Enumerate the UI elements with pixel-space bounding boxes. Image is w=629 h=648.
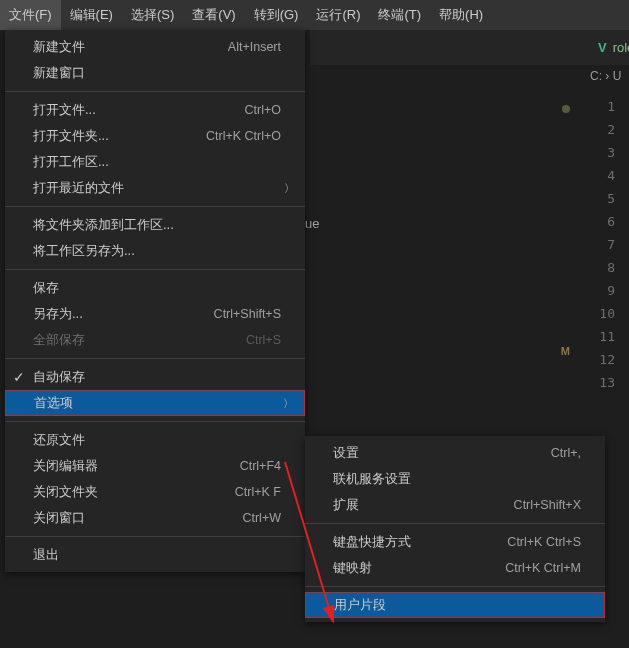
menu-open-recent[interactable]: 打开最近的文件〉 bbox=[5, 175, 305, 201]
menu-new-file[interactable]: 新建文件Alt+Insert bbox=[5, 34, 305, 60]
menu-preferences[interactable]: 首选项〉 bbox=[5, 390, 305, 416]
line-number: 4 bbox=[569, 164, 629, 187]
separator bbox=[5, 421, 305, 422]
line-number: 10 bbox=[569, 302, 629, 325]
menu-open-file[interactable]: 打开文件...Ctrl+O bbox=[5, 97, 305, 123]
submenu-extensions[interactable]: 扩展Ctrl+Shift+X bbox=[305, 492, 605, 518]
chevron-right-icon: 〉 bbox=[283, 396, 294, 411]
check-icon: ✓ bbox=[13, 369, 25, 385]
submenu-online-services[interactable]: 联机服务设置 bbox=[305, 466, 605, 492]
menu-save[interactable]: 保存 bbox=[5, 275, 305, 301]
menu-exit[interactable]: 退出 bbox=[5, 542, 305, 568]
submenu-keymaps[interactable]: 键映射Ctrl+K Ctrl+M bbox=[305, 555, 605, 581]
line-number: 8 bbox=[569, 256, 629, 279]
menu-close-window[interactable]: 关闭窗口Ctrl+W bbox=[5, 505, 305, 531]
menu-open-workspace[interactable]: 打开工作区... bbox=[5, 149, 305, 175]
menu-save-all: 全部保存Ctrl+S bbox=[5, 327, 305, 353]
submenu-user-snippets[interactable]: 用户片段 bbox=[305, 592, 605, 618]
line-number: 6 bbox=[569, 210, 629, 233]
menu-save-as[interactable]: 另存为...Ctrl+Shift+S bbox=[5, 301, 305, 327]
line-number: 12 bbox=[569, 348, 629, 371]
submenu-keyboard-shortcuts[interactable]: 键盘快捷方式Ctrl+K Ctrl+S bbox=[305, 529, 605, 555]
separator bbox=[305, 586, 605, 587]
line-number: 7 bbox=[569, 233, 629, 256]
line-number: 5 bbox=[569, 187, 629, 210]
menu-new-window[interactable]: 新建窗口 bbox=[5, 60, 305, 86]
file-menu-dropdown: 新建文件Alt+Insert 新建窗口 打开文件...Ctrl+O 打开文件夹.… bbox=[5, 30, 305, 572]
menu-selection[interactable]: 选择(S) bbox=[122, 0, 183, 30]
menu-terminal[interactable]: 终端(T) bbox=[369, 0, 430, 30]
separator bbox=[5, 91, 305, 92]
tab-bar: V role bbox=[310, 30, 629, 65]
line-number: 1 bbox=[569, 95, 629, 118]
separator bbox=[5, 536, 305, 537]
menu-auto-save[interactable]: ✓自动保存 bbox=[5, 364, 305, 390]
menu-go[interactable]: 转到(G) bbox=[245, 0, 308, 30]
breadcrumb[interactable]: C: › U bbox=[310, 65, 629, 87]
line-number: 3 bbox=[569, 141, 629, 164]
submenu-settings[interactable]: 设置Ctrl+, bbox=[305, 440, 605, 466]
chevron-right-icon: 〉 bbox=[284, 181, 295, 196]
line-number-gutter: 1 2 3 4 5 6 7 8 9 10 11 12 13 bbox=[569, 95, 629, 394]
separator bbox=[5, 269, 305, 270]
editor-tab[interactable]: V role bbox=[590, 30, 629, 65]
menu-save-workspace-as[interactable]: 将工作区另存为... bbox=[5, 238, 305, 264]
menu-edit[interactable]: 编辑(E) bbox=[61, 0, 122, 30]
separator bbox=[5, 206, 305, 207]
line-number: 2 bbox=[569, 118, 629, 141]
line-number: 9 bbox=[569, 279, 629, 302]
editor-text-fragment: ue bbox=[305, 216, 319, 231]
menubar: 文件(F) 编辑(E) 选择(S) 查看(V) 转到(G) 运行(R) 终端(T… bbox=[0, 0, 629, 30]
menu-file[interactable]: 文件(F) bbox=[0, 0, 61, 30]
separator bbox=[305, 523, 605, 524]
menu-close-editor[interactable]: 关闭编辑器Ctrl+F4 bbox=[5, 453, 305, 479]
menu-open-folder[interactable]: 打开文件夹...Ctrl+K Ctrl+O bbox=[5, 123, 305, 149]
menu-view[interactable]: 查看(V) bbox=[183, 0, 244, 30]
line-number: 13 bbox=[569, 371, 629, 394]
line-number: 11 bbox=[569, 325, 629, 348]
menu-help[interactable]: 帮助(H) bbox=[430, 0, 492, 30]
preferences-submenu: 设置Ctrl+, 联机服务设置 扩展Ctrl+Shift+X 键盘快捷方式Ctr… bbox=[305, 436, 605, 622]
vue-file-icon: V bbox=[598, 40, 607, 55]
menu-run[interactable]: 运行(R) bbox=[307, 0, 369, 30]
separator bbox=[5, 358, 305, 359]
tab-filename: role bbox=[613, 40, 629, 55]
menu-revert-file[interactable]: 还原文件 bbox=[5, 427, 305, 453]
menu-close-folder[interactable]: 关闭文件夹Ctrl+K F bbox=[5, 479, 305, 505]
menu-add-folder-workspace[interactable]: 将文件夹添加到工作区... bbox=[5, 212, 305, 238]
